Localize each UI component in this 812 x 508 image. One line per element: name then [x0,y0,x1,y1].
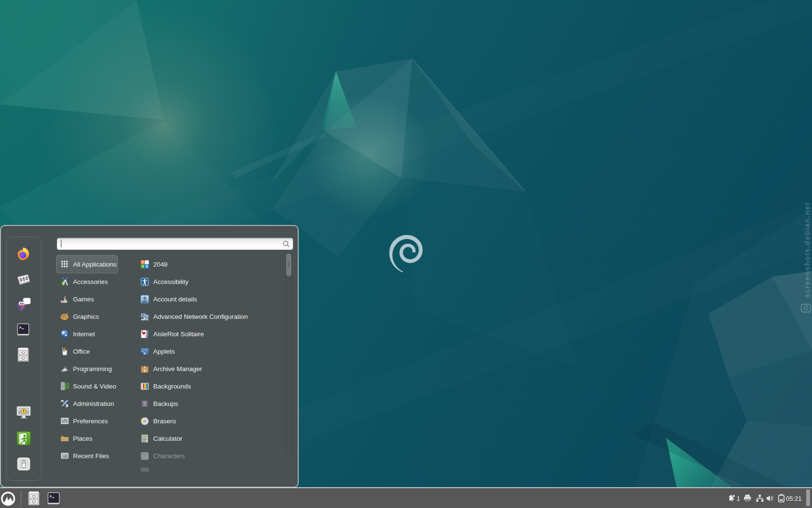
svg-text:П: П [142,453,144,456]
svg-text:8: 8 [146,265,148,268]
svg-text:+: + [142,456,144,459]
svg-text:4: 4 [142,265,144,268]
svg-text:screenshots.debian.net: screenshots.debian.net [803,202,811,298]
svg-text:2: 2 [142,260,144,264]
